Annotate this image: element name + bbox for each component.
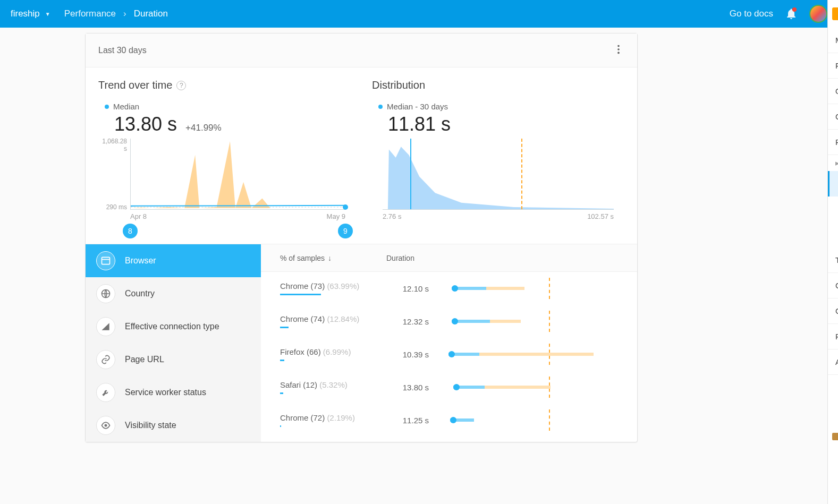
dist-x-start: 2.76 s	[383, 212, 401, 220]
project-name: fireship	[11, 8, 40, 19]
cell-duration: 13.80 s	[386, 383, 429, 392]
side-nav-item[interactable]: A/	[828, 349, 838, 375]
notifications-button[interactable]	[785, 7, 798, 20]
side-nav-item[interactable]	[828, 222, 838, 247]
table-row[interactable]: Safari (12) (5.32%) 13.80 s	[261, 371, 637, 404]
browser-icon	[96, 251, 115, 270]
dimension-url[interactable]: Page URL	[86, 343, 261, 376]
spark-plan-icon[interactable]	[832, 433, 838, 440]
y-axis-bottom: 290 ms	[98, 203, 127, 211]
dist-x-end: 102.57 s	[587, 212, 614, 220]
dimension-label: Effective connection type	[125, 322, 219, 331]
side-nav-item[interactable]: Cr	[828, 104, 838, 130]
caret-down-icon: ▼	[45, 11, 50, 17]
dimension-label: Visibility state	[125, 421, 176, 430]
bar-dot-icon	[448, 351, 455, 357]
firebase-logo-icon[interactable]	[832, 7, 838, 20]
col-duration-header[interactable]: Duration	[386, 254, 493, 262]
dimension-browser[interactable]: Browser	[86, 244, 261, 277]
distribution-chart[interactable]: 2.76 s 102.57 s	[372, 139, 624, 224]
legend-dot-icon	[105, 105, 109, 109]
trend-chart[interactable]: 1,068.28 s 290 ms Apr 8 May 9	[98, 139, 351, 224]
eye-icon	[96, 416, 115, 435]
chevron-right-icon: ›	[123, 8, 126, 19]
side-nav-item[interactable]: GF	[828, 298, 838, 324]
trend-end-dot-icon	[343, 204, 348, 210]
chevron-right-icon: ▸	[835, 158, 838, 168]
x-axis-end: May 9	[327, 212, 345, 220]
svg-point-1	[617, 48, 620, 50]
cell-samples: Firefox (66) (6.99%)	[280, 347, 386, 361]
cell-samples: Chrome (74) (12.84%)	[280, 314, 386, 328]
cell-distribution-bar	[445, 348, 618, 361]
table-row[interactable]: Chrome (73) (63.99%) 12.10 s	[261, 272, 637, 305]
side-nav-item[interactable]	[828, 197, 838, 222]
range-handle-end[interactable]: 9	[338, 224, 353, 238]
svg-point-2	[617, 52, 620, 54]
svg-point-6	[105, 424, 107, 427]
trend-chart-section: Trend over time ? Median 13.80 s +41.99%…	[98, 79, 351, 240]
bar-dot-icon	[452, 318, 458, 324]
sort-down-icon: ↓	[328, 254, 332, 262]
median-line-icon	[410, 139, 411, 209]
user-avatar[interactable]	[809, 5, 827, 23]
trend-sparkline-icon	[131, 139, 345, 209]
side-nav-item[interactable]	[828, 171, 838, 197]
dimension-country[interactable]: Country	[86, 277, 261, 310]
cell-distribution-bar	[445, 414, 618, 426]
date-range-label: Last 30 days	[98, 46, 147, 55]
dist-title: Distribution	[372, 79, 425, 91]
cell-duration: 10.39 s	[386, 350, 429, 359]
dimension-label: Browser	[125, 256, 156, 266]
svg-rect-3	[102, 257, 110, 264]
side-nav-item[interactable]: Pe	[828, 130, 838, 155]
trend-title: Trend over time	[98, 79, 172, 91]
docs-link[interactable]: Go to docs	[730, 8, 773, 19]
signal-icon	[96, 317, 115, 336]
dimension-vis[interactable]: Visibility state	[86, 409, 261, 442]
cell-distribution-bar	[445, 381, 618, 394]
threshold-line-icon	[549, 278, 550, 299]
help-icon[interactable]: ?	[176, 81, 186, 90]
table-row[interactable]: Firefox (66) (6.99%) 10.39 s	[261, 338, 637, 371]
side-nav-item[interactable]: M	[828, 28, 838, 53]
side-nav-item[interactable]: Pr	[828, 324, 838, 349]
cell-samples: Chrome (72) (2.19%)	[280, 413, 386, 427]
dimension-label: Country	[125, 289, 155, 298]
side-nav-item[interactable]: Te	[828, 247, 838, 273]
dimension-sw[interactable]: Service worker status	[86, 376, 261, 409]
cell-distribution-bar	[445, 282, 618, 295]
bar-dot-icon	[452, 285, 458, 292]
legend-dot-icon	[378, 105, 383, 109]
y-axis-top: 1,068.28 s	[98, 138, 127, 152]
more-menu-button[interactable]	[613, 44, 624, 57]
side-nav-item[interactable]: Qu	[828, 79, 838, 104]
threshold-line-icon	[521, 139, 522, 209]
cell-duration: 12.32 s	[386, 317, 429, 326]
table-row[interactable]: Chrome (72) (2.19%) 11.25 s	[261, 404, 637, 437]
breadcrumb-current: Duration	[134, 8, 168, 19]
side-nav-item[interactable]: ▸	[828, 155, 838, 171]
performance-card: Last 30 days Trend over time ? Median 13…	[85, 33, 638, 442]
col-samples-header[interactable]: % of samples ↓	[280, 254, 386, 262]
side-nav-item[interactable]: Cr	[828, 273, 838, 298]
cell-samples: Chrome (73) (63.99%)	[280, 281, 386, 295]
cell-samples: Safari (12) (5.32%)	[280, 380, 386, 394]
breadcrumb-parent[interactable]: Performance	[64, 8, 116, 19]
breakdown-table: % of samples ↓ Duration Chrome (73) (63.…	[261, 244, 637, 442]
range-handle-start[interactable]: 8	[123, 224, 138, 238]
wrench-icon	[96, 383, 115, 402]
cell-duration: 11.25 s	[386, 416, 429, 425]
side-nav-item[interactable]: Fi	[828, 53, 838, 79]
table-row[interactable]: Chrome (74) (12.84%) 12.32 s	[261, 305, 637, 338]
trend-value: 13.80 s	[114, 113, 177, 135]
bell-icon	[785, 13, 798, 22]
dimension-conn[interactable]: Effective connection type	[86, 310, 261, 343]
dist-area-icon	[383, 139, 614, 209]
bar-dot-icon	[450, 417, 456, 423]
breadcrumb: Performance › Duration	[64, 8, 168, 19]
dist-value: 11.81 s	[388, 113, 451, 135]
distribution-chart-section: Distribution Median - 30 days 11.81 s 2.…	[372, 79, 624, 240]
project-selector[interactable]: fireship ▼	[11, 8, 50, 19]
threshold-line-icon	[549, 311, 550, 332]
